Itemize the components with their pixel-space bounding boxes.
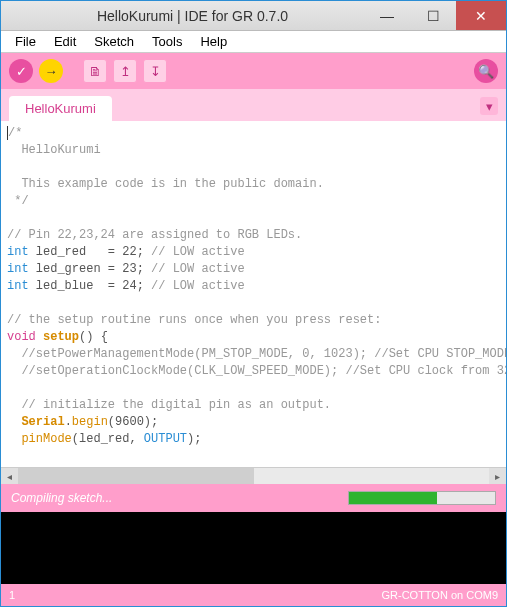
search-icon: 🔍 <box>478 64 494 79</box>
footer-bar: 1 GR-COTTON on COM9 <box>1 584 506 606</box>
serial-monitor-button[interactable]: 🔍 <box>474 59 498 83</box>
menu-tools[interactable]: Tools <box>144 32 190 51</box>
arrow-right-icon: → <box>45 64 58 79</box>
close-button[interactable]: ✕ <box>456 1 506 30</box>
menubar: File Edit Sketch Tools Help <box>1 31 506 53</box>
code-content[interactable]: /* HelloKurumi This example code is in t… <box>1 121 506 467</box>
console-output[interactable] <box>1 512 506 584</box>
progress-bar <box>348 491 496 505</box>
arrow-up-icon: ↥ <box>120 64 131 79</box>
menu-sketch[interactable]: Sketch <box>86 32 142 51</box>
titlebar[interactable]: HelloKurumi | IDE for GR 0.7.0 — ☐ ✕ <box>1 1 506 31</box>
arrow-down-icon: ↧ <box>150 64 161 79</box>
progress-fill <box>349 492 437 504</box>
chevron-down-icon: ▾ <box>486 99 493 114</box>
board-info: GR-COTTON on COM9 <box>381 589 498 601</box>
open-button[interactable]: ↥ <box>113 59 137 83</box>
scroll-right-icon[interactable]: ▸ <box>489 468 506 485</box>
menu-file[interactable]: File <box>7 32 44 51</box>
menu-help[interactable]: Help <box>192 32 235 51</box>
tab-bar: HelloKurumi ▾ <box>1 89 506 121</box>
tab-hellokurumi[interactable]: HelloKurumi <box>9 96 112 121</box>
upload-button[interactable]: → <box>39 59 63 83</box>
check-icon: ✓ <box>16 64 27 79</box>
toolbar: ✓ → 🗎 ↥ ↧ 🔍 <box>1 53 506 89</box>
save-button[interactable]: ↧ <box>143 59 167 83</box>
maximize-button[interactable]: ☐ <box>410 1 456 30</box>
menu-edit[interactable]: Edit <box>46 32 84 51</box>
minimize-button[interactable]: — <box>364 1 410 30</box>
verify-button[interactable]: ✓ <box>9 59 33 83</box>
new-button[interactable]: 🗎 <box>83 59 107 83</box>
line-number: 1 <box>9 589 15 601</box>
scroll-left-icon[interactable]: ◂ <box>1 468 18 485</box>
scrollbar-thumb[interactable] <box>18 468 254 484</box>
status-bar: Compiling sketch... <box>1 484 506 512</box>
code-editor[interactable]: /* HelloKurumi This example code is in t… <box>1 121 506 467</box>
scrollbar-track[interactable] <box>18 468 489 484</box>
window-title: HelloKurumi | IDE for GR 0.7.0 <box>21 8 364 24</box>
tab-menu-button[interactable]: ▾ <box>480 97 498 115</box>
status-message: Compiling sketch... <box>11 491 112 505</box>
file-icon: 🗎 <box>89 64 102 79</box>
horizontal-scrollbar[interactable]: ◂ ▸ <box>1 467 506 484</box>
ide-window: HelloKurumi | IDE for GR 0.7.0 — ☐ ✕ Fil… <box>0 0 507 607</box>
